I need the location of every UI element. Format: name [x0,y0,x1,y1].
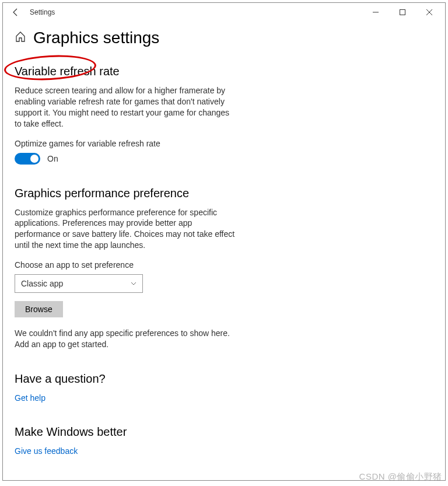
watermark: CSDN @偷偷小野猪 [359,471,442,482]
toggle-thumb [30,155,38,163]
dropdown-value: Classic app [21,279,63,288]
feedback-heading: Make Windows better [15,425,236,439]
vrr-section: Variable refresh rate Reduce screen tear… [15,65,236,165]
home-icon[interactable] [15,31,26,45]
vrr-toggle-row: On [15,153,236,165]
page-title: Graphics settings [33,29,159,47]
maximize-button[interactable] [389,3,416,22]
back-button[interactable] [5,3,26,22]
choose-app-label: Choose an app to set preference [15,260,236,270]
titlebar: Settings [3,3,445,22]
close-button[interactable] [416,3,443,22]
perf-heading: Graphics performance preference [15,187,236,200]
feedback-link[interactable]: Give us feedback [15,446,78,456]
minimize-button[interactable] [362,3,389,22]
vrr-description: Reduce screen tearing and allow for a hi… [15,85,236,130]
perf-empty-message: We couldn't find any app specific prefer… [15,328,236,350]
perf-section: Graphics performance preference Customiz… [15,187,236,350]
get-help-link[interactable]: Get help [15,393,46,403]
app-type-dropdown[interactable]: Classic app [15,274,143,293]
browse-button[interactable]: Browse [15,301,63,317]
vrr-heading: Variable refresh rate [15,65,236,78]
svg-rect-1 [400,10,405,15]
window-title: Settings [30,8,55,16]
vrr-toggle-state: On [47,154,58,163]
chevron-down-icon [131,281,136,287]
caption-buttons [362,3,443,22]
vrr-toggle[interactable] [15,153,40,165]
settings-window: Settings Graphics settings Variable refr… [2,2,446,481]
help-heading: Have a question? [15,372,236,386]
perf-description: Customize graphics performance preferenc… [15,207,236,251]
page-header: Graphics settings [15,29,433,47]
vrr-optimize-label: Optimize games for variable refresh rate [15,139,236,148]
content-area: Graphics settings Variable refresh rate … [3,22,445,456]
help-section: Have a question? Get help [15,372,236,403]
feedback-section: Make Windows better Give us feedback [15,425,236,456]
